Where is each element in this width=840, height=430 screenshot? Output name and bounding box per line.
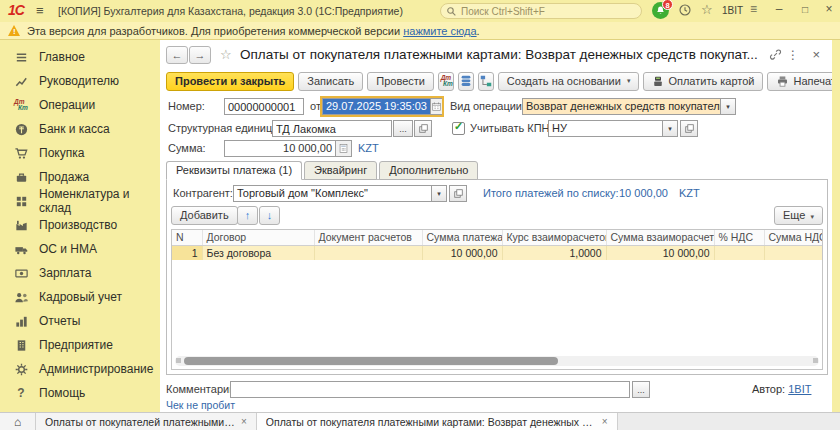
history-icon[interactable] — [678, 3, 692, 17]
favorites-star-icon[interactable]: ☆ — [701, 2, 713, 17]
table-row[interactable]: 1 Без договора 10 000,00 1,0000 10 000,0… — [172, 245, 822, 260]
nav-forward-button[interactable]: → — [189, 46, 211, 64]
kpn-combo[interactable]: НУ ▾ — [548, 120, 678, 137]
col-payment-amount[interactable]: Сумма платежа — [422, 230, 502, 245]
comment-ellipsis-button[interactable]: ... — [632, 381, 650, 398]
close-tab-icon[interactable]: × — [602, 416, 608, 427]
cell-vat-percent[interactable] — [714, 245, 764, 260]
move-up-button[interactable]: ↑ — [237, 206, 258, 225]
sidebar-item-purchase[interactable]: Покупка — [0, 141, 160, 165]
favorite-star-icon[interactable]: ☆ — [220, 47, 232, 62]
nav-back-button[interactable]: ← — [166, 46, 188, 64]
cell-n[interactable]: 1 — [172, 245, 202, 260]
cell-payment-amount[interactable]: 10 000,00 — [422, 245, 502, 260]
sidebar-item-production[interactable]: Производство — [0, 213, 160, 237]
cell-settlement-amount[interactable]: 10 000,00 — [606, 245, 714, 260]
date-field[interactable]: 29.07.2025 19:35:03 — [322, 98, 442, 115]
sidebar-item-enterprise[interactable]: Предприятие — [0, 333, 160, 357]
dt-kt-postings-button[interactable]: ДтКт — [438, 72, 454, 91]
cell-settlement-rate[interactable]: 1,0000 — [502, 245, 606, 260]
sidebar-item-inventory[interactable]: Номенклатура и склад — [0, 189, 160, 213]
print-receipt-button[interactable]: Напечатать чек — [767, 72, 840, 91]
taskbar-tab-payments-list[interactable]: Оплаты от покупателей платежными картами… — [36, 413, 257, 430]
sum-field[interactable]: 10 000,00 — [224, 140, 352, 157]
home-icon[interactable]: ⌂ — [0, 413, 36, 430]
calendar-icon[interactable] — [430, 99, 442, 114]
sidebar-item-salary[interactable]: Зарплата — [0, 261, 160, 285]
more-label: Еще — [783, 209, 805, 221]
tab-additional[interactable]: Дополнительно — [379, 161, 478, 180]
table-more-button[interactable]: Еще ▾ — [774, 206, 823, 225]
sidebar-item-help[interactable]: ? Помощь — [0, 381, 160, 405]
maximize-button[interactable]: □ — [796, 4, 814, 15]
col-settlement-rate[interactable]: Курс взаиморасчетов — [502, 230, 606, 245]
contractor-combo[interactable]: Торговый дом "Комплекс" ▾ — [233, 185, 447, 202]
sidebar-label: Предприятие — [39, 338, 113, 352]
scroll-right-nub[interactable] — [813, 358, 818, 363]
kpn-checkbox[interactable]: ✓ — [452, 122, 465, 135]
search-input[interactable] — [461, 6, 621, 17]
caret-down-icon[interactable]: ▾ — [662, 121, 677, 136]
create-based-on-button[interactable]: Создать на основании▾ — [498, 72, 640, 91]
horizontal-scrollbar[interactable] — [175, 356, 819, 366]
col-settlement-doc[interactable]: Документ расчетов — [314, 230, 422, 245]
cell-vat-sum[interactable] — [764, 245, 822, 260]
close-window-button[interactable]: × — [820, 2, 838, 16]
cell-settlement-doc[interactable] — [314, 245, 422, 260]
global-search[interactable] — [440, 3, 642, 19]
service-menu-icon[interactable]: ≡ — [750, 2, 757, 16]
sidebar-item-bank-cash[interactable]: Банк и касса — [0, 117, 160, 141]
purchase-link[interactable]: нажмите сюда — [403, 25, 476, 37]
col-vat-percent[interactable]: % НДС — [714, 230, 764, 245]
get-link-icon[interactable] — [769, 48, 782, 61]
register-records-button[interactable] — [458, 72, 474, 91]
scroll-left-nub[interactable] — [176, 358, 181, 363]
calculator-icon[interactable] — [335, 141, 351, 156]
write-button[interactable]: Записать — [298, 72, 363, 91]
col-n[interactable]: N — [172, 230, 202, 245]
sidebar-item-reports[interactable]: Отчеты — [0, 309, 160, 333]
open-kpn-button[interactable] — [680, 120, 698, 137]
col-contract[interactable]: Договор — [202, 230, 314, 245]
structural-unit-field[interactable] — [272, 120, 392, 137]
notifications-bell-icon[interactable]: 8 — [652, 2, 669, 19]
current-user[interactable]: 1BIT — [722, 5, 743, 16]
caret-down-icon[interactable]: ▾ — [431, 186, 446, 201]
number-field[interactable] — [224, 98, 304, 115]
sidebar-item-hr[interactable]: Кадровый учет — [0, 285, 160, 309]
sidebar-item-administration[interactable]: Администрирование — [0, 357, 160, 381]
col-vat-sum[interactable]: Сумма НДС — [764, 230, 822, 245]
post-button[interactable]: Провести — [367, 72, 434, 91]
close-tab-icon[interactable]: × — [241, 416, 247, 427]
add-row-button[interactable]: Добавить — [171, 206, 238, 225]
caret-down-icon[interactable]: ▾ — [720, 99, 735, 114]
sidebar-item-fixed-assets[interactable]: ОС и НМА — [0, 237, 160, 261]
move-down-button[interactable]: ↓ — [259, 206, 280, 225]
reports-icon — [13, 313, 29, 329]
col-settlement-amount[interactable]: Сумма взаиморасчетов — [606, 230, 714, 245]
post-and-close-button[interactable]: Провести и закрыть — [166, 72, 294, 91]
application-window: 1С ≡ [КОПИЯ] Бухгалтерия для Казахстана,… — [0, 0, 840, 430]
sidebar-item-manager[interactable]: Руководителю — [0, 69, 160, 93]
main-menu-icon[interactable]: ≡ — [36, 3, 44, 18]
close-form-icon[interactable]: × — [812, 47, 820, 62]
related-documents-button[interactable] — [478, 72, 494, 91]
scrollbar-thumb[interactable] — [184, 357, 558, 365]
open-contractor-button[interactable] — [449, 185, 467, 202]
open-item-button[interactable] — [414, 120, 432, 137]
comment-field[interactable] — [230, 381, 630, 398]
more-dots-icon[interactable]: ⋮ — [787, 48, 799, 62]
pay-by-card-button[interactable]: Оплатить картой — [643, 72, 763, 91]
sidebar-item-operations[interactable]: ДтКт Операции — [0, 93, 160, 117]
author-link[interactable]: 1BIT — [788, 383, 811, 395]
tab-payment-details[interactable]: Реквизиты платежа (1) — [166, 161, 302, 180]
cell-contract[interactable]: Без договора — [202, 245, 314, 260]
tab-acquiring[interactable]: Эквайринг — [304, 161, 377, 180]
choose-ellipsis-button[interactable]: ... — [393, 120, 413, 137]
sidebar-item-sale[interactable]: Продажа — [0, 165, 160, 189]
minimize-button[interactable]: – — [770, 2, 788, 16]
sidebar-item-main[interactable]: Главное — [0, 45, 160, 69]
operation-kind-combo[interactable]: Возврат денежных средств покупателю ▾ — [522, 98, 736, 115]
currency-label: KZT — [358, 140, 379, 157]
taskbar-tab-current-document[interactable]: Оплаты от покупателя платежными картами:… — [257, 413, 618, 430]
